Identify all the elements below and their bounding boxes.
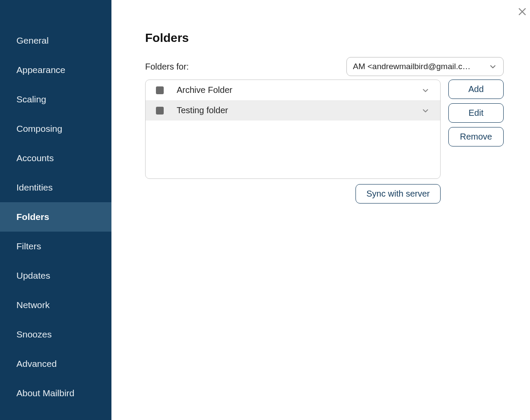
action-buttons: Add Edit Remove: [448, 80, 504, 146]
account-select[interactable]: AM <andrewmailbird@gmail.c…: [346, 57, 504, 76]
close-icon: [518, 8, 526, 16]
sidebar-item-scaling[interactable]: Scaling: [0, 85, 111, 114]
folder-list: Archive Folder Testing folder: [145, 80, 441, 179]
sidebar-item-composing[interactable]: Composing: [0, 114, 111, 143]
sidebar-item-about[interactable]: About Mailbird: [0, 379, 111, 408]
folder-icon: [156, 86, 164, 94]
edit-button[interactable]: Edit: [448, 103, 504, 123]
close-button[interactable]: [518, 8, 526, 17]
sidebar-item-updates[interactable]: Updates: [0, 261, 111, 290]
page-title: Folders: [145, 31, 504, 45]
sidebar-item-filters[interactable]: Filters: [0, 232, 111, 261]
chevron-down-icon: [421, 106, 430, 115]
add-button[interactable]: Add: [448, 80, 504, 99]
main-panel: Folders Folders for: AM <andrewmailbird@…: [111, 0, 530, 420]
sidebar-item-appearance[interactable]: Appearance: [0, 55, 111, 85]
sidebar-item-advanced[interactable]: Advanced: [0, 349, 111, 379]
sidebar-item-general[interactable]: General: [0, 26, 111, 55]
folder-row-testing[interactable]: Testing folder: [146, 100, 440, 121]
settings-sidebar: General Appearance Scaling Composing Acc…: [0, 0, 111, 420]
sidebar-item-folders[interactable]: Folders: [0, 202, 111, 232]
sidebar-item-accounts[interactable]: Accounts: [0, 143, 111, 173]
folders-for-label: Folders for:: [145, 62, 189, 72]
folder-row-archive[interactable]: Archive Folder: [146, 80, 440, 100]
chevron-down-icon: [421, 86, 430, 95]
folders-for-row: Folders for: AM <andrewmailbird@gmail.c…: [145, 57, 504, 76]
sidebar-item-snoozes[interactable]: Snoozes: [0, 320, 111, 349]
folder-name: Testing folder: [177, 105, 421, 115]
remove-button[interactable]: Remove: [448, 127, 504, 146]
chevron-down-icon: [489, 62, 497, 71]
folder-icon: [156, 107, 164, 115]
folder-name: Archive Folder: [177, 85, 421, 95]
sidebar-item-network[interactable]: Network: [0, 290, 111, 320]
account-select-value: AM <andrewmailbird@gmail.c…: [353, 62, 470, 71]
sidebar-item-identities[interactable]: Identities: [0, 173, 111, 202]
sync-button[interactable]: Sync with server: [355, 184, 441, 204]
